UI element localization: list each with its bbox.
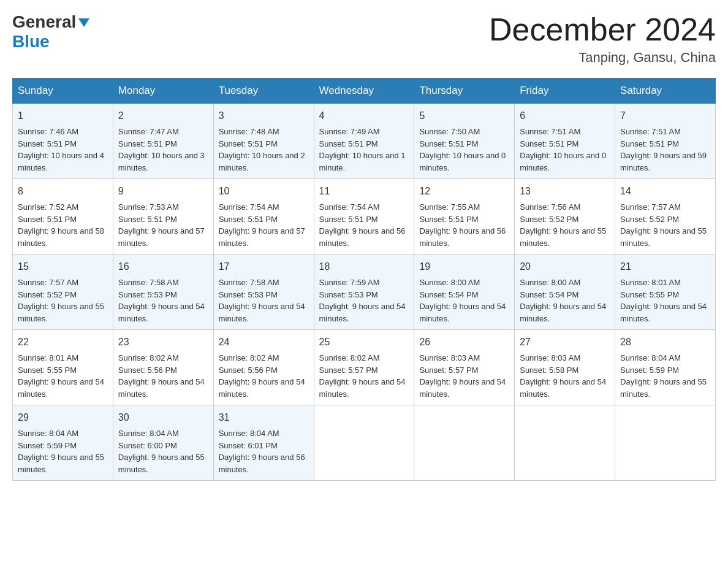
weekday-header-friday: Friday bbox=[515, 79, 615, 104]
calendar-cell: 19Sunrise: 8:00 AMSunset: 5:54 PMDayligh… bbox=[414, 255, 515, 330]
weekday-header-monday: Monday bbox=[113, 79, 213, 104]
calendar-cell: 7Sunrise: 7:51 AMSunset: 5:51 PMDaylight… bbox=[615, 104, 716, 179]
day-number: 24 bbox=[219, 335, 309, 350]
day-number: 14 bbox=[620, 184, 710, 199]
calendar-cell: 1Sunrise: 7:46 AMSunset: 5:51 PMDaylight… bbox=[13, 104, 113, 179]
day-info: Sunrise: 8:04 AMSunset: 6:01 PMDaylight:… bbox=[219, 427, 309, 475]
day-info: Sunrise: 7:54 AMSunset: 5:51 PMDaylight:… bbox=[219, 201, 309, 249]
day-info: Sunrise: 7:57 AMSunset: 5:52 PMDaylight:… bbox=[18, 277, 108, 324]
day-info: Sunrise: 8:02 AMSunset: 5:57 PMDaylight:… bbox=[319, 352, 409, 400]
location-subtitle: Tanping, Gansu, China bbox=[489, 50, 716, 66]
day-info: Sunrise: 8:03 AMSunset: 5:57 PMDaylight:… bbox=[419, 352, 509, 400]
day-info: Sunrise: 8:03 AMSunset: 5:58 PMDaylight:… bbox=[520, 352, 610, 400]
calendar-cell: 8Sunrise: 7:52 AMSunset: 5:51 PMDaylight… bbox=[13, 179, 113, 255]
day-number: 28 bbox=[620, 335, 710, 350]
calendar-cell: 30Sunrise: 8:04 AMSunset: 6:00 PMDayligh… bbox=[113, 405, 213, 481]
calendar-cell: 27Sunrise: 8:03 AMSunset: 5:58 PMDayligh… bbox=[515, 330, 615, 405]
calendar-week-row: 29Sunrise: 8:04 AMSunset: 5:59 PMDayligh… bbox=[13, 405, 716, 481]
day-info: Sunrise: 7:57 AMSunset: 5:52 PMDaylight:… bbox=[620, 201, 710, 249]
day-info: Sunrise: 7:56 AMSunset: 5:52 PMDaylight:… bbox=[520, 201, 610, 249]
page-header: General Blue December 2024 Tanping, Gans… bbox=[12, 12, 716, 66]
calendar-cell: 22Sunrise: 8:01 AMSunset: 5:55 PMDayligh… bbox=[13, 330, 113, 405]
day-info: Sunrise: 7:51 AMSunset: 5:51 PMDaylight:… bbox=[520, 126, 610, 174]
day-number: 31 bbox=[219, 410, 309, 425]
day-number: 10 bbox=[219, 184, 309, 199]
weekday-header-wednesday: Wednesday bbox=[314, 79, 414, 104]
day-number: 27 bbox=[520, 335, 610, 350]
calendar-cell: 13Sunrise: 7:56 AMSunset: 5:52 PMDayligh… bbox=[515, 179, 615, 255]
day-number: 21 bbox=[620, 259, 710, 274]
weekday-header-sunday: Sunday bbox=[13, 79, 113, 104]
calendar-cell: 2Sunrise: 7:47 AMSunset: 5:51 PMDaylight… bbox=[113, 104, 213, 179]
day-info: Sunrise: 7:54 AMSunset: 5:51 PMDaylight:… bbox=[319, 201, 409, 249]
day-info: Sunrise: 8:04 AMSunset: 5:59 PMDaylight:… bbox=[620, 352, 710, 400]
weekday-header-tuesday: Tuesday bbox=[213, 79, 314, 104]
calendar-cell: 10Sunrise: 7:54 AMSunset: 5:51 PMDayligh… bbox=[213, 179, 314, 255]
day-number: 6 bbox=[520, 109, 610, 123]
day-info: Sunrise: 8:02 AMSunset: 5:56 PMDaylight:… bbox=[219, 352, 309, 400]
day-info: Sunrise: 7:58 AMSunset: 5:53 PMDaylight:… bbox=[118, 277, 208, 324]
month-title: December 2024 bbox=[489, 12, 716, 47]
calendar-cell: 12Sunrise: 7:55 AMSunset: 5:51 PMDayligh… bbox=[414, 179, 515, 255]
calendar-week-row: 15Sunrise: 7:57 AMSunset: 5:52 PMDayligh… bbox=[13, 255, 716, 330]
calendar-cell: 9Sunrise: 7:53 AMSunset: 5:51 PMDaylight… bbox=[113, 179, 213, 255]
logo-blue-text: Blue bbox=[12, 32, 50, 51]
day-info: Sunrise: 8:00 AMSunset: 5:54 PMDaylight:… bbox=[520, 277, 610, 324]
calendar-cell: 14Sunrise: 7:57 AMSunset: 5:52 PMDayligh… bbox=[615, 179, 716, 255]
day-number: 9 bbox=[118, 184, 208, 199]
calendar-table: SundayMondayTuesdayWednesdayThursdayFrid… bbox=[12, 78, 716, 481]
day-info: Sunrise: 8:04 AMSunset: 5:59 PMDaylight:… bbox=[18, 427, 108, 475]
day-info: Sunrise: 7:49 AMSunset: 5:51 PMDaylight:… bbox=[319, 126, 409, 174]
calendar-cell: 17Sunrise: 7:58 AMSunset: 5:53 PMDayligh… bbox=[213, 255, 314, 330]
calendar-cell: 21Sunrise: 8:01 AMSunset: 5:55 PMDayligh… bbox=[615, 255, 716, 330]
calendar-cell: 4Sunrise: 7:49 AMSunset: 5:51 PMDaylight… bbox=[314, 104, 414, 179]
day-number: 30 bbox=[118, 410, 208, 425]
calendar-cell: 18Sunrise: 7:59 AMSunset: 5:53 PMDayligh… bbox=[314, 255, 414, 330]
day-number: 18 bbox=[319, 259, 409, 274]
calendar-cell: 11Sunrise: 7:54 AMSunset: 5:51 PMDayligh… bbox=[314, 179, 414, 255]
day-number: 25 bbox=[319, 335, 409, 350]
calendar-cell: 25Sunrise: 8:02 AMSunset: 5:57 PMDayligh… bbox=[314, 330, 414, 405]
svg-marker-0 bbox=[78, 18, 89, 27]
day-number: 23 bbox=[118, 335, 208, 350]
calendar-cell bbox=[414, 405, 515, 481]
day-number: 5 bbox=[419, 109, 509, 123]
calendar-cell: 3Sunrise: 7:48 AMSunset: 5:51 PMDaylight… bbox=[213, 104, 314, 179]
day-info: Sunrise: 7:58 AMSunset: 5:53 PMDaylight:… bbox=[219, 277, 309, 324]
day-info: Sunrise: 7:50 AMSunset: 5:51 PMDaylight:… bbox=[419, 126, 509, 174]
day-number: 13 bbox=[520, 184, 610, 199]
day-number: 12 bbox=[419, 184, 509, 199]
calendar-cell bbox=[314, 405, 414, 481]
day-info: Sunrise: 7:53 AMSunset: 5:51 PMDaylight:… bbox=[118, 201, 208, 249]
calendar-cell bbox=[515, 405, 615, 481]
day-info: Sunrise: 7:51 AMSunset: 5:51 PMDaylight:… bbox=[620, 126, 710, 174]
day-number: 7 bbox=[620, 109, 710, 123]
day-number: 22 bbox=[18, 335, 108, 350]
calendar-cell: 23Sunrise: 8:02 AMSunset: 5:56 PMDayligh… bbox=[113, 330, 213, 405]
title-area: December 2024 Tanping, Gansu, China bbox=[489, 12, 716, 66]
day-info: Sunrise: 7:47 AMSunset: 5:51 PMDaylight:… bbox=[118, 126, 208, 174]
calendar-header-row: SundayMondayTuesdayWednesdayThursdayFrid… bbox=[13, 79, 716, 104]
day-number: 26 bbox=[419, 335, 509, 350]
day-number: 1 bbox=[18, 109, 108, 123]
day-info: Sunrise: 7:59 AMSunset: 5:53 PMDaylight:… bbox=[319, 277, 409, 324]
day-info: Sunrise: 8:00 AMSunset: 5:54 PMDaylight:… bbox=[419, 277, 509, 324]
day-info: Sunrise: 7:55 AMSunset: 5:51 PMDaylight:… bbox=[419, 201, 509, 249]
day-info: Sunrise: 7:48 AMSunset: 5:51 PMDaylight:… bbox=[219, 126, 309, 174]
day-number: 29 bbox=[18, 410, 108, 425]
logo-arrow-icon bbox=[77, 16, 91, 29]
day-info: Sunrise: 7:52 AMSunset: 5:51 PMDaylight:… bbox=[18, 201, 108, 249]
day-number: 4 bbox=[319, 109, 409, 123]
day-info: Sunrise: 8:04 AMSunset: 6:00 PMDaylight:… bbox=[118, 427, 208, 475]
calendar-cell: 28Sunrise: 8:04 AMSunset: 5:59 PMDayligh… bbox=[615, 330, 716, 405]
calendar-week-row: 22Sunrise: 8:01 AMSunset: 5:55 PMDayligh… bbox=[13, 330, 716, 405]
day-number: 11 bbox=[319, 184, 409, 199]
calendar-cell: 26Sunrise: 8:03 AMSunset: 5:57 PMDayligh… bbox=[414, 330, 515, 405]
day-info: Sunrise: 7:46 AMSunset: 5:51 PMDaylight:… bbox=[18, 126, 108, 174]
day-number: 8 bbox=[18, 184, 108, 199]
day-number: 3 bbox=[219, 109, 309, 123]
day-number: 17 bbox=[219, 259, 309, 274]
calendar-cell: 16Sunrise: 7:58 AMSunset: 5:53 PMDayligh… bbox=[113, 255, 213, 330]
day-info: Sunrise: 8:02 AMSunset: 5:56 PMDaylight:… bbox=[118, 352, 208, 400]
weekday-header-thursday: Thursday bbox=[414, 79, 515, 104]
